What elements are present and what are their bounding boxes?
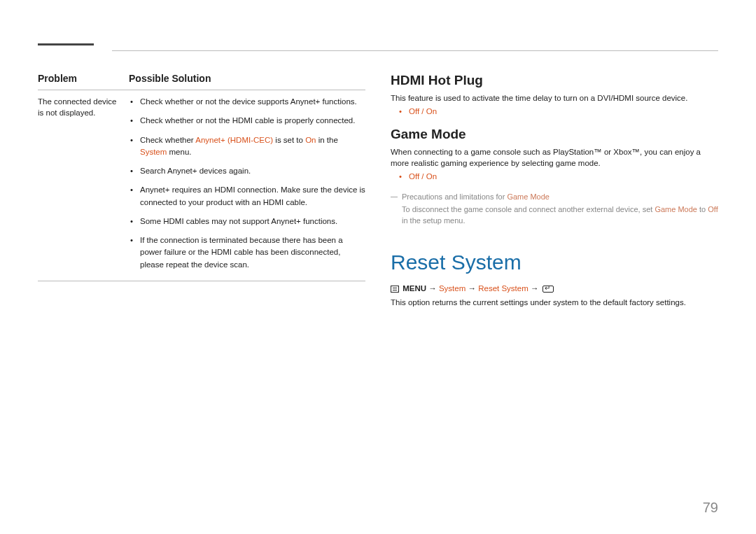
list-item: If the connection is terminated because … bbox=[140, 234, 365, 271]
table-end-rule bbox=[38, 281, 365, 281]
menu-path: MENU → System → Reset System → bbox=[391, 284, 718, 293]
list-item: Check whether or not the device supports… bbox=[140, 96, 365, 108]
enter-icon bbox=[542, 286, 554, 293]
left-column: Problem Possible Solution The connected … bbox=[38, 42, 365, 311]
game-mode-precaution-detail: To disconnect the game console and conne… bbox=[391, 204, 718, 227]
on-text: On bbox=[305, 136, 316, 144]
game-mode-link: Game Mode bbox=[507, 192, 550, 201]
anynet-link: Anynet+ (HDMI-CEC) bbox=[195, 136, 273, 144]
list-item: Anynet+ requires an HDMI connection. Mak… bbox=[140, 184, 365, 209]
list-item: Some HDMI cables may not support Anynet+… bbox=[140, 216, 365, 227]
game-mode-heading: Game Mode bbox=[391, 127, 718, 142]
right-column: HDMI Hot Plug This feature is used to ac… bbox=[391, 42, 718, 311]
top-rule bbox=[112, 50, 718, 51]
table-row: The connected device is not displayed. C… bbox=[38, 90, 365, 278]
list-item: Check whether Anynet+ (HDMI-CEC) is set … bbox=[140, 134, 365, 159]
system-text: System bbox=[140, 148, 167, 156]
path-reset: Reset System bbox=[478, 284, 528, 293]
game-mode-desc: When connecting to a game console such a… bbox=[391, 146, 718, 169]
header-solution: Possible Solution bbox=[129, 73, 211, 84]
off-on-option: Off / On bbox=[409, 172, 718, 181]
hdmi-desc: This feature is used to activate the tim… bbox=[391, 92, 718, 104]
reset-desc: This option returns the current settings… bbox=[391, 297, 718, 309]
menu-icon bbox=[391, 286, 399, 293]
hdmi-options: Off / On bbox=[391, 107, 718, 115]
problem-cell: The connected device is not displayed. bbox=[38, 96, 129, 278]
section-indicator bbox=[38, 43, 94, 45]
game-mode-precaution: Precautions and limitations for Game Mod… bbox=[391, 192, 718, 203]
reset-system-heading: Reset System bbox=[391, 251, 718, 274]
page-number: 79 bbox=[703, 500, 718, 516]
list-item: Search Anynet+ devices again. bbox=[140, 165, 365, 177]
game-mode-options: Off / On bbox=[391, 172, 718, 181]
solution-cell: Check whether or not the device supports… bbox=[129, 96, 365, 278]
off-on-option: Off / On bbox=[409, 107, 718, 115]
table-header: Problem Possible Solution bbox=[38, 73, 365, 84]
list-item: Check whether or not the HDMI cable is p… bbox=[140, 115, 365, 127]
hdmi-hot-plug-heading: HDMI Hot Plug bbox=[391, 73, 718, 88]
path-system: System bbox=[439, 284, 465, 293]
solution-list: Check whether or not the device supports… bbox=[129, 96, 365, 271]
header-problem: Problem bbox=[38, 73, 129, 84]
